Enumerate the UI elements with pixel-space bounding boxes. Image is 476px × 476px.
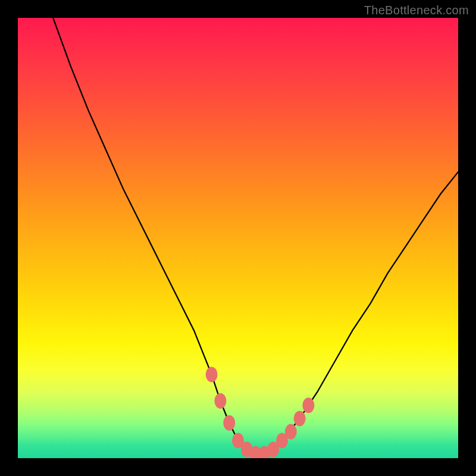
curve-marker bbox=[302, 397, 314, 413]
chart-frame: TheBottleneck.com bbox=[0, 0, 476, 476]
watermark-text: TheBottleneck.com bbox=[364, 4, 469, 17]
chart-overlay bbox=[18, 18, 458, 458]
marker-group bbox=[206, 367, 315, 458]
curve-marker bbox=[214, 393, 226, 409]
curve-marker bbox=[285, 424, 297, 440]
curve-marker bbox=[294, 411, 306, 426]
curve-marker bbox=[206, 367, 218, 382]
curve-marker bbox=[223, 415, 235, 431]
bottleneck-curve bbox=[53, 18, 458, 454]
plot-area bbox=[18, 18, 458, 458]
